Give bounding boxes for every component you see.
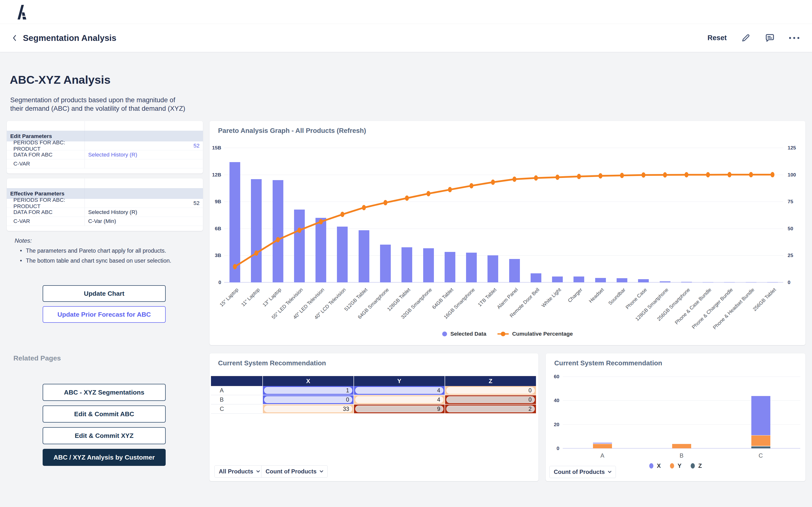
table-cell[interactable]: 2 bbox=[445, 404, 537, 414]
y-axis-tick-right: 0 bbox=[788, 279, 802, 285]
y-axis-tick: 0 bbox=[545, 445, 559, 451]
recommendation-chart-card: Current System Recommendation 6040200 AB… bbox=[546, 353, 805, 481]
x-axis-label: Phone & Headset Bundle bbox=[712, 287, 756, 331]
y-axis-tick-right: 25 bbox=[788, 252, 802, 258]
notes-heading: Notes: bbox=[15, 237, 171, 244]
x-axis-label: A bbox=[592, 452, 613, 459]
table-row: PERIODS FOR ABC: PRODUCT52 bbox=[7, 199, 203, 208]
main-subtitle: Segmentation of products based upon the … bbox=[10, 96, 185, 113]
chevron-down-icon bbox=[256, 470, 260, 473]
count-of-products-dropdown[interactable]: Count of Products bbox=[261, 465, 328, 477]
table-cell[interactable]: 0 bbox=[445, 386, 537, 395]
table-cell[interactable]: 0 bbox=[445, 395, 537, 404]
table-row: PERIODS FOR ABC: PRODUCT52 bbox=[7, 142, 203, 151]
cell-value-pill: 2 bbox=[446, 405, 535, 412]
legend-item-y: Y bbox=[670, 462, 681, 469]
legend-label: Z bbox=[698, 462, 702, 469]
legend-item-x: X bbox=[649, 462, 661, 469]
column-header bbox=[211, 376, 263, 386]
y-axis-tick: 12B bbox=[207, 172, 221, 178]
cell-value-pill: 33 bbox=[264, 405, 352, 412]
y-axis-tick-right: 75 bbox=[788, 199, 802, 205]
dropdown-label: Count of Products bbox=[554, 468, 605, 475]
stacked-bar-segment-y[interactable] bbox=[751, 436, 770, 446]
edit-pencil-icon[interactable] bbox=[741, 33, 751, 43]
row-value[interactable]: Selected History (R) bbox=[85, 152, 203, 158]
all-products-dropdown[interactable]: All Products bbox=[214, 465, 264, 477]
row-value[interactable]: 52 bbox=[85, 143, 203, 149]
related-page-button[interactable]: Edit & Commit ABC bbox=[43, 405, 166, 422]
legend-dot bbox=[691, 463, 695, 468]
update-chart-button[interactable]: Update Chart bbox=[43, 285, 166, 302]
row-value: 52 bbox=[85, 200, 203, 207]
anaplan-logo bbox=[15, 5, 27, 20]
recommendation-table-card: Current System Recommendation XYZA140B04… bbox=[209, 353, 539, 481]
more-options-icon[interactable] bbox=[789, 37, 799, 39]
cell-value-pill: 1 bbox=[264, 387, 352, 394]
row-label: B bbox=[211, 395, 263, 404]
legend-item-cumulative-percentage: Cumulative Percentage bbox=[498, 331, 573, 337]
stacked-bar-segment-z[interactable] bbox=[751, 446, 770, 448]
row-label: DATA FOR ABC bbox=[7, 208, 85, 217]
dropdown-label: Count of Products bbox=[265, 468, 316, 475]
cumulative-percentage-line bbox=[224, 148, 783, 282]
pareto-chart-card: Pareto Analysis Graph - All Products (Re… bbox=[209, 121, 805, 345]
page-title: Segmentation Analysis bbox=[23, 33, 116, 43]
comment-icon[interactable] bbox=[765, 33, 775, 43]
notes-section: Notes: The parameters and Pareto chart a… bbox=[15, 237, 171, 268]
y-axis-tick-right: 50 bbox=[788, 226, 802, 231]
table-cell[interactable]: 1 bbox=[263, 386, 354, 395]
table-cell[interactable]: 4 bbox=[354, 395, 445, 404]
y-axis-tick: 20 bbox=[545, 421, 559, 428]
chevron-down-icon bbox=[320, 470, 323, 473]
dropdown-label: All Products bbox=[219, 468, 253, 475]
table-cell[interactable]: 33 bbox=[263, 404, 354, 414]
x-axis-label: 1TB Tablet bbox=[476, 287, 498, 308]
recommendation-table: XYZA140B040C3392 bbox=[211, 376, 537, 414]
update-prior-forecast-button[interactable]: Update Prior Forecast for ABC bbox=[43, 306, 166, 323]
note-item: The parameters and Pareto chart apply fo… bbox=[20, 247, 171, 254]
legend-label: X bbox=[657, 462, 661, 469]
y-axis-tick: 40 bbox=[545, 397, 559, 403]
row-label: C-VAR bbox=[7, 217, 85, 226]
table-row: C-VARC-Var (Min) bbox=[7, 217, 203, 226]
chevron-down-icon bbox=[608, 471, 611, 473]
related-page-button[interactable]: ABC / XYZ Analysis by Customer bbox=[43, 449, 166, 466]
table-cell[interactable]: 0 bbox=[263, 395, 354, 404]
table-cell[interactable]: 9 bbox=[354, 404, 445, 414]
x-axis-label: Headset bbox=[588, 287, 605, 304]
column-header-y: Y bbox=[354, 376, 445, 386]
row-value: Selected History (R) bbox=[85, 209, 203, 215]
stacked-bar-segment-x[interactable] bbox=[751, 396, 770, 435]
row-label: A bbox=[211, 386, 263, 395]
legend-item-selected-data: Selected Data bbox=[442, 331, 487, 337]
x-axis-label: 11" Laptop bbox=[240, 287, 261, 308]
cell-value-pill: 0 bbox=[264, 396, 352, 403]
table-header-row bbox=[7, 178, 203, 188]
stacked-bar-segment-x[interactable] bbox=[593, 443, 612, 444]
back-button[interactable] bbox=[13, 35, 16, 41]
count-of-products-dropdown[interactable]: Count of Products bbox=[549, 466, 616, 478]
x-axis-label: Phone & Case Bundle bbox=[674, 287, 713, 326]
legend-dot bbox=[649, 463, 653, 468]
reset-button[interactable]: Reset bbox=[708, 34, 727, 42]
recommendation-table-title: Current System Recommendation bbox=[218, 359, 326, 367]
pareto-legend: Selected DataCumulative Percentage bbox=[209, 331, 805, 337]
pareto-chart-title: Pareto Analysis Graph - All Products (Re… bbox=[218, 127, 366, 134]
row-label: DATA FOR ABC bbox=[7, 151, 85, 159]
main-title: ABC-XYZ Analysis bbox=[10, 73, 111, 87]
cell-value-pill: 0 bbox=[446, 396, 535, 403]
x-axis-label: Phone Case bbox=[624, 287, 648, 310]
x-axis-label: 13" Laptop bbox=[261, 287, 283, 308]
cell-value-pill: 4 bbox=[355, 396, 443, 403]
stacked-bar-segment-y[interactable] bbox=[672, 444, 691, 448]
row-label: C-VAR bbox=[7, 159, 85, 168]
legend-item-z: Z bbox=[691, 462, 702, 469]
row-label: PERIODS FOR ABC: PRODUCT bbox=[7, 199, 85, 208]
related-page-button[interactable]: Edit & Commit XYZ bbox=[43, 427, 166, 444]
related-page-button[interactable]: ABC - XYZ Segmentations bbox=[43, 384, 166, 401]
y-axis-tick-right: 125 bbox=[788, 145, 802, 151]
stacked-bar-segment-y[interactable] bbox=[593, 444, 612, 448]
table-cell[interactable]: 4 bbox=[354, 386, 445, 395]
legend-label: Selected Data bbox=[451, 331, 487, 337]
